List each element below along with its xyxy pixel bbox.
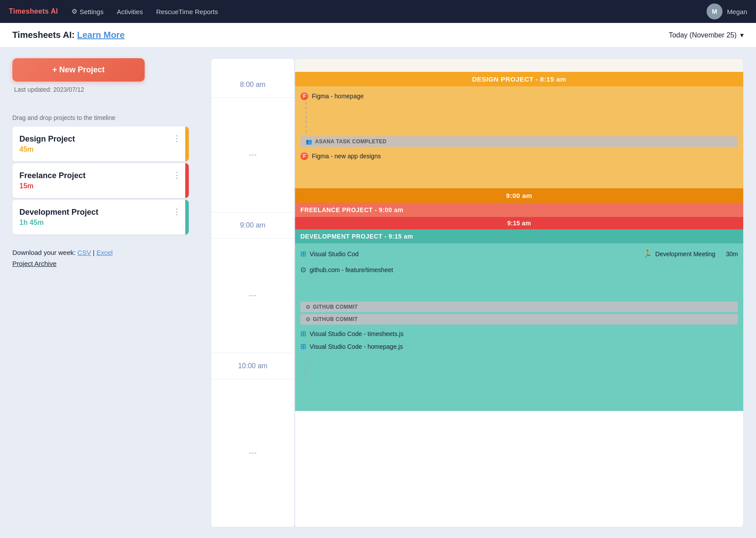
github-row: ⊙ github.com - feature/timesheet — [300, 264, 738, 275]
timeline-column: 8:00 am --- 9:00 am --- 10:00 am --- — [211, 58, 295, 527]
github-commit-bar-1: ⊙ GITHUB COMMIT — [300, 302, 738, 312]
nav-rescuetime[interactable]: RescueTime Reports — [156, 8, 218, 15]
project-menu-dev[interactable]: ⋮ — [173, 208, 181, 216]
nine15-bar: 9:15 am — [295, 217, 743, 229]
time-gap-3: --- — [211, 379, 294, 527]
project-menu-design[interactable]: ⋮ — [173, 134, 181, 142]
vscode-row-2: ⊞ Visual Studio Code - timesheets.js — [300, 328, 738, 339]
excel-link[interactable]: Excel — [97, 249, 113, 256]
time-gap-1: --- — [211, 98, 294, 213]
vscode-icon-2: ⊞ — [300, 329, 306, 338]
project-time-design: 45m — [19, 146, 182, 153]
github-icon-1: ⊙ — [300, 265, 306, 274]
cal-top-strip — [295, 59, 743, 72]
figma-icon-2: F — [300, 152, 308, 160]
dev-block-header: DEVELOPMENT PROJECT - 9:15 am — [295, 229, 743, 243]
left-panel: + New Project Last updated: 2023/07/12 D… — [12, 58, 198, 527]
download-section: Download your week: CSV | Excel — [12, 249, 198, 256]
last-updated-label: Last updated: 2023/07/12 — [14, 86, 198, 93]
project-card-freelance: Freelance Project 15m ⋮ — [12, 163, 189, 198]
github-commit-icon-1: ⊙ — [306, 304, 310, 310]
chevron-down-icon: ▾ — [740, 31, 744, 39]
dashed-line-2 — [306, 355, 307, 385]
gear-icon: ⚙ — [71, 7, 77, 15]
sub-header: Timesheets AI: Learn More Today (Novembe… — [0, 23, 756, 48]
project-time-dev: 1h 45m — [19, 219, 182, 227]
freelance-color-bar — [185, 163, 189, 198]
nav-user: M Megan — [707, 4, 747, 19]
figma-icon-1: F — [300, 92, 308, 100]
dashed-line-1 — [306, 102, 307, 133]
project-time-freelance: 15m — [19, 182, 182, 190]
page-title: Timesheets AI: Learn More — [12, 30, 125, 40]
freelance-block-header: FREELANCE PROJECT - 9:00 am — [295, 203, 743, 217]
time-label-10am: 10:00 am — [211, 353, 294, 379]
project-card-dev: Development Project 1h 45m ⋮ — [12, 200, 189, 235]
freelance-block-inner: 9:15 am — [295, 217, 743, 229]
vscode-icon-1: ⊞ — [300, 250, 306, 258]
dev-color-bar — [185, 200, 189, 235]
avatar: M — [707, 4, 722, 19]
nine-am-bar: 9:00 am — [295, 188, 743, 203]
time-gap-2: --- — [211, 239, 294, 353]
dev-block-inner: ⊞ Visual Studio Cod 🏃 Development Meetin… — [295, 243, 743, 411]
github-commit-bar-2: ⊙ GITHUB COMMIT — [300, 314, 738, 325]
nav-activities[interactable]: Activities — [117, 8, 143, 15]
calendar-column: DESIGN PROJECT - 8:15 am F Figma - homep… — [295, 58, 744, 527]
time-label-9am: 9:00 am — [211, 213, 294, 239]
nav-settings[interactable]: ⚙ Settings — [71, 7, 104, 15]
today-selector[interactable]: Today (November 25) ▾ — [669, 31, 744, 39]
asana-bar: 👥 ASANA TASK COMPLETED — [300, 136, 738, 147]
vscode-icon-3: ⊞ — [300, 342, 306, 351]
csv-link[interactable]: CSV — [78, 249, 91, 256]
dev-meeting-row: 🏃 Development Meeting 30m — [643, 248, 738, 260]
nav-logo[interactable]: Timesheets AI — [9, 7, 58, 15]
freelance-project-block: FREELANCE PROJECT - 9:00 am 9:15 am — [295, 203, 743, 229]
asana-icon: 👥 — [306, 138, 312, 145]
design-color-bar — [185, 127, 189, 161]
design-block-inner: F Figma - homepage 👥 ASANA TASK COMPLETE… — [295, 87, 743, 188]
drag-hint-label: Drag and drop projects to the timeline — [12, 114, 198, 121]
github-commits-section: ⊙ GITHUB COMMIT ⊙ GITHUB COMMIT — [300, 302, 738, 325]
dev-top-row: ⊞ Visual Studio Cod 🏃 Development Meetin… — [300, 248, 738, 260]
dashed-divider-2 — [300, 355, 738, 385]
project-name-design: Design Project — [19, 134, 182, 144]
project-archive-link[interactable]: Project Archive — [12, 260, 198, 267]
project-menu-freelance[interactable]: ⋮ — [173, 171, 181, 179]
github-commit-icon-2: ⊙ — [306, 316, 310, 322]
figma-row-1: F Figma - homepage — [300, 90, 738, 102]
project-card-design: Design Project 45m ⋮ — [12, 127, 189, 161]
dashed-divider-1 — [300, 102, 738, 133]
vscode-row-1: ⊞ Visual Studio Cod — [300, 248, 359, 259]
design-block-header: DESIGN PROJECT - 8:15 am — [295, 72, 743, 87]
meeting-icon: 🏃 — [643, 250, 652, 258]
top-nav: Timesheets AI ⚙ Settings Activities Resc… — [0, 0, 756, 23]
project-name-freelance: Freelance Project — [19, 171, 182, 180]
main-content: + New Project Last updated: 2023/07/12 D… — [0, 48, 756, 538]
new-project-button[interactable]: + New Project — [12, 58, 145, 82]
design-project-block: DESIGN PROJECT - 8:15 am F Figma - homep… — [295, 72, 743, 188]
time-label-8am: 8:00 am — [211, 72, 294, 98]
project-name-dev: Development Project — [19, 208, 182, 217]
figma-row-2: F Figma - new app designs — [300, 150, 738, 162]
vscode-row-3: ⊞ Visual Studio Code - homepage.js — [300, 341, 738, 352]
learn-more-link[interactable]: Learn More — [77, 30, 125, 40]
